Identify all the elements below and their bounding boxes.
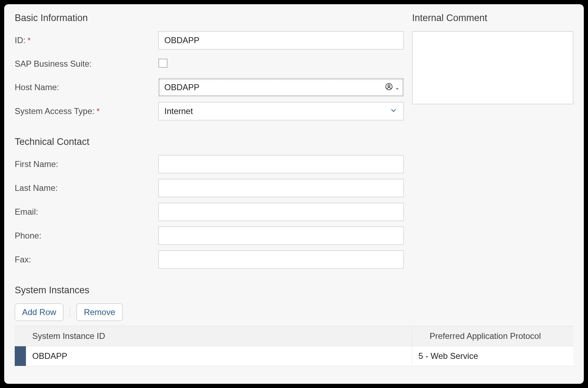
app-frame: Basic Information ID: * SAP Business Sui… [4, 4, 584, 384]
section-title-system-instances: System Instances [15, 285, 573, 296]
system-access-type-value[interactable] [158, 102, 404, 120]
row-phone: Phone: [15, 227, 404, 245]
last-name-input[interactable] [158, 179, 404, 197]
instances-toolbar: Add Row Remove [15, 303, 573, 321]
system-access-type-select[interactable] [158, 102, 404, 120]
instances-table: System Instance ID Preferred Application… [15, 326, 573, 366]
section-title-technical-contact: Technical Contact [15, 136, 404, 147]
toolbar-separator [70, 307, 70, 318]
td-protocol[interactable]: 5 - Web Service [412, 346, 573, 366]
label-id: ID: * [15, 35, 158, 45]
internal-comment-textarea[interactable] [412, 31, 573, 104]
first-name-input[interactable] [158, 155, 404, 173]
row-first-name: First Name: [15, 155, 404, 173]
remove-button[interactable]: Remove [76, 303, 122, 321]
required-marker-icon: * [97, 107, 100, 115]
label-system-access-type: System Access Type: * [15, 106, 158, 116]
host-name-input[interactable] [158, 78, 404, 96]
fax-input[interactable] [158, 250, 404, 269]
add-row-button[interactable]: Add Row [15, 303, 63, 321]
th-instance-id[interactable]: System Instance ID [15, 326, 412, 346]
label-last-name: Last Name: [15, 183, 158, 193]
row-selection-handle[interactable] [15, 346, 26, 366]
label-id-text: ID: [15, 35, 26, 45]
chevron-down-icon[interactable]: ⌄ [395, 84, 399, 91]
row-sap-suite: SAP Business Suite: [15, 55, 404, 73]
label-fax: Fax: [15, 255, 158, 265]
row-email: Email: [15, 203, 404, 221]
host-name-combo[interactable]: ⌄ [158, 78, 404, 96]
th-protocol[interactable]: Preferred Application Protocol [412, 326, 573, 346]
row-last-name: Last Name: [15, 179, 404, 197]
user-circle-icon[interactable] [385, 83, 393, 92]
row-host-name: Host Name: ⌄ [15, 78, 404, 96]
id-input[interactable] [158, 31, 404, 49]
row-system-access-type: System Access Type: * [15, 102, 404, 120]
label-email: Email: [15, 207, 158, 217]
email-input[interactable] [158, 203, 404, 221]
label-sap-suite: SAP Business Suite: [15, 59, 158, 69]
phone-input[interactable] [158, 227, 404, 245]
row-id: ID: * [15, 31, 404, 49]
label-host-name: Host Name: [15, 82, 158, 92]
right-column: Internal Comment [412, 13, 573, 274]
label-phone: Phone: [15, 231, 158, 241]
left-column: Basic Information ID: * SAP Business Sui… [15, 13, 404, 274]
row-fax: Fax: [15, 250, 404, 269]
label-system-access-type-text: System Access Type: [15, 106, 95, 116]
section-title-basic-info: Basic Information [15, 13, 404, 24]
required-marker-icon: * [28, 36, 31, 44]
sap-suite-checkbox[interactable] [158, 59, 167, 68]
table-header: System Instance ID Preferred Application… [15, 326, 573, 346]
table-row[interactable]: OBDAPP 5 - Web Service [15, 346, 573, 366]
td-instance-id[interactable]: OBDAPP [26, 346, 412, 366]
label-first-name: First Name: [15, 159, 158, 169]
section-title-internal-comment: Internal Comment [412, 13, 573, 24]
svg-point-1 [388, 85, 390, 87]
